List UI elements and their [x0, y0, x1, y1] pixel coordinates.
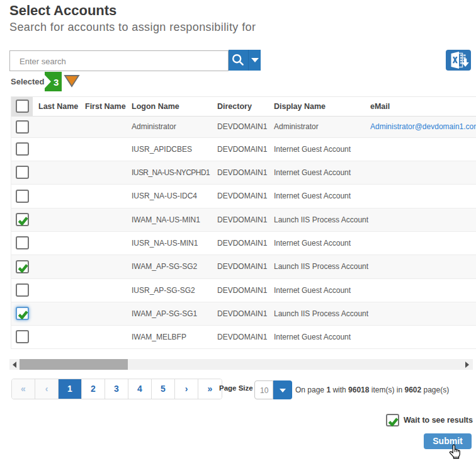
svg-text:3: 3	[54, 77, 59, 88]
